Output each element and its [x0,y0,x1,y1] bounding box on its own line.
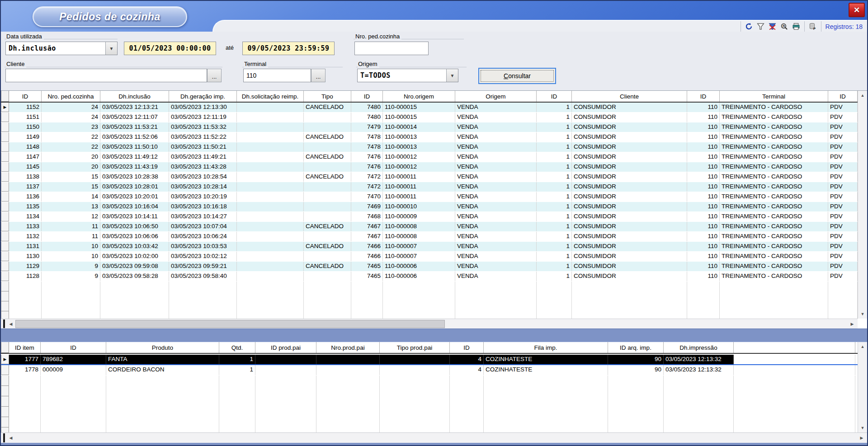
grid-cell[interactable]: TREINAMENTO - CARDOSO [720,132,828,142]
grid-cell[interactable] [255,355,316,364]
grid-cell[interactable]: CONSUMIDOR [572,252,687,261]
grid-cell[interactable]: TREINAMENTO - CARDOSO [720,242,828,251]
grid-cell[interactable]: 20 [42,152,100,162]
grid-cell[interactable]: VENDA [455,113,537,122]
chevron-down-icon[interactable]: ▼ [446,69,458,82]
grid-cell[interactable]: 1148 [9,142,42,152]
close-button[interactable]: ✕ [849,3,865,17]
table-row[interactable]: 11351303/05/2023 10:16:0403/05/2023 10:1… [1,202,858,212]
grid-cell[interactable]: 110-000009 [383,212,455,221]
clear-filter-icon[interactable] [767,22,778,32]
date-to-field[interactable]: 09/05/2023 23:59:59 [242,42,335,55]
grid-cell[interactable]: 03/05/2023 10:06:50 [100,222,169,231]
column-header[interactable]: Qtd. [219,342,255,353]
grid-cell[interactable]: TREINAMENTO - CARDOSO [720,172,828,182]
data-utilizada-select[interactable]: Dh.inclusão ▼ [5,42,118,55]
grid-cell[interactable]: 1 [537,222,572,231]
grid-cell[interactable]: 12 [42,212,100,221]
column-header[interactable]: Nro.origem [383,91,455,102]
grid-cell[interactable]: 1 [537,252,572,261]
grid-cell[interactable]: 03/05/2023 10:20:19 [169,192,237,202]
grid-cell[interactable]: 03/05/2023 12:11:07 [100,113,169,122]
grid-cell[interactable]: 1 [537,262,572,271]
grid-cell[interactable]: TREINAMENTO - CARDOSO [720,103,828,112]
table-row[interactable]: 11361403/05/2023 10:20:0103/05/2023 10:2… [1,192,858,202]
grid-cell[interactable]: TREINAMENTO - CARDOSO [720,182,828,192]
grid-cell[interactable]: 03/05/2023 11:43:28 [169,162,237,172]
grid-cell[interactable]: CANCELADO [304,172,351,182]
grid-cell[interactable] [237,132,304,142]
cliente-input[interactable] [5,69,207,82]
grid-cell[interactable]: 03/05/2023 09:59:21 [169,262,237,271]
grid-cell[interactable] [734,365,855,375]
items-vertical-scrollbar[interactable]: ▲ ▼ [858,342,867,432]
grid-cell[interactable]: 110 [687,252,720,261]
column-header[interactable]: ID [351,91,383,102]
grid-cell[interactable]: 03/05/2023 12:13:32 [664,355,734,364]
grid-cell[interactable]: CONSUMIDOR [572,212,687,221]
column-header[interactable]: Dh.geração imp. [169,91,237,102]
column-header[interactable]: Cliente [572,91,687,102]
grid-cell[interactable]: 03/05/2023 10:06:06 [100,232,169,241]
grid-cell[interactable]: TREINAMENTO - CARDOSO [720,272,828,281]
grid-cell[interactable]: 789682 [41,355,106,364]
table-row[interactable]: 1128903/05/2023 09:58:2803/05/2023 09:58… [1,272,858,282]
table-row[interactable]: 1129903/05/2023 09:59:0803/05/2023 09:59… [1,262,858,272]
grid-cell[interactable]: PDV [828,103,858,112]
grid-cell[interactable]: VENDA [455,142,537,152]
grid-cell[interactable]: 7472 [351,182,383,192]
grid-cell[interactable] [237,272,304,281]
grid-cell[interactable]: 7467 [351,222,383,231]
grid-cell[interactable]: 03/05/2023 10:06:24 [169,232,237,241]
grid-cell[interactable]: 110-000011 [383,182,455,192]
grid-cell[interactable] [304,272,351,281]
grid-cell[interactable]: VENDA [455,122,537,132]
column-header[interactable]: ID [9,91,42,102]
grid-cell[interactable] [237,142,304,152]
grid-cell[interactable]: 110-000011 [383,192,455,202]
grid-cell[interactable]: 110 [687,202,720,211]
grid-cell[interactable]: 1135 [9,202,42,211]
grid-cell[interactable]: 000009 [41,365,106,375]
grid-cell[interactable]: CONSUMIDOR [572,232,687,241]
grid-cell[interactable]: 1149 [9,132,42,142]
grid-cell[interactable]: PDV [828,202,858,211]
grid-cell[interactable]: 1132 [9,232,42,241]
grid-cell[interactable]: TREINAMENTO - CARDOSO [720,113,828,122]
table-row[interactable]: 11512403/05/2023 12:11:0703/05/2023 12:1… [1,113,858,122]
grid-cell[interactable]: 1136 [9,192,42,202]
table-row[interactable]: 11492203/05/2023 11:52:0603/05/2023 11:5… [1,132,858,142]
column-header[interactable]: ID [41,342,106,353]
grid-cell[interactable]: 7466 [351,252,383,261]
grid-cell[interactable]: 110 [687,262,720,271]
grid-cell[interactable]: 14 [42,192,100,202]
grid-cell[interactable]: 7480 [351,113,383,122]
grid-cell[interactable]: 4 [450,355,484,364]
grid-cell[interactable]: 24 [42,103,100,112]
grid-cell[interactable]: 1152 [9,103,42,112]
grid-cell[interactable]: 110-000008 [383,232,455,241]
table-row[interactable]: 1778000009CORDEIRO BACON14COZINHATESTE90… [1,365,858,376]
grid-cell[interactable]: 7479 [351,122,383,132]
grid-cell[interactable]: 110-000012 [383,152,455,162]
grid-cell[interactable]: TREINAMENTO - CARDOSO [720,192,828,202]
grid-cell[interactable]: 1131 [9,242,42,251]
grid-cell[interactable]: 7480 [351,103,383,112]
grid-cell[interactable]: 03/05/2023 11:52:06 [100,132,169,142]
grid-cell[interactable]: 110 [687,192,720,202]
grid-cell[interactable]: VENDA [455,103,537,112]
grid-cell[interactable]: 03/05/2023 09:58:28 [100,272,169,281]
grid-cell[interactable]: 110-000011 [383,172,455,182]
grid-cell[interactable] [237,252,304,261]
grid-cell[interactable]: 10 [42,252,100,261]
grid-cell[interactable]: 22 [42,132,100,142]
grid-cell[interactable]: VENDA [455,132,537,142]
grid-cell[interactable]: 03/05/2023 11:43:19 [100,162,169,172]
grid-cell[interactable]: CONSUMIDOR [572,242,687,251]
grid-cell[interactable]: 110 [687,122,720,132]
grid-cell[interactable]: TREINAMENTO - CARDOSO [720,142,828,152]
grid-cell[interactable]: 1134 [9,212,42,221]
grid-cell[interactable]: 24 [42,113,100,122]
grid-cell[interactable]: 4 [450,365,484,375]
column-header[interactable]: ID prod.pai [255,342,316,353]
